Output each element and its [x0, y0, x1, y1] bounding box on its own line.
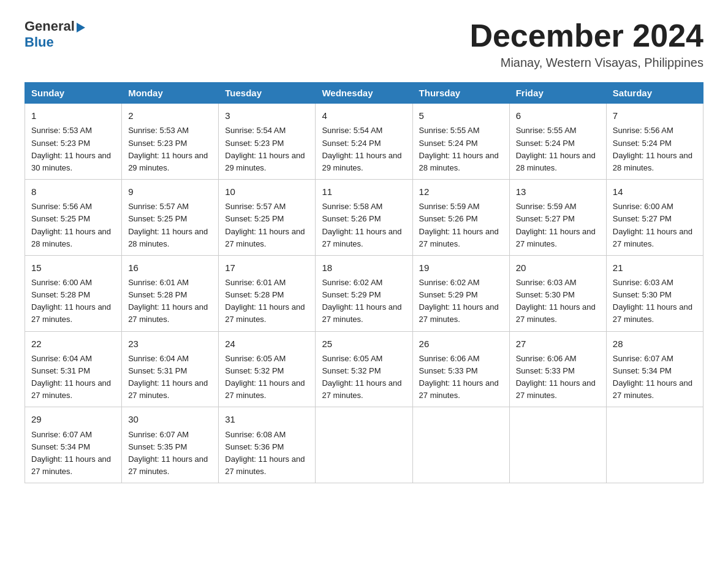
sunrise-label: Sunrise: 5:53 AM	[31, 126, 92, 135]
calendar-cell: 8Sunrise: 5:56 AMSunset: 5:25 PMDaylight…	[25, 180, 122, 256]
daylight-label: Daylight: 11 hours and 27 minutes.	[225, 227, 305, 248]
sunset-label: Sunset: 5:34 PM	[613, 366, 672, 375]
daylight-label: Daylight: 11 hours and 27 minutes.	[419, 302, 499, 324]
sunset-label: Sunset: 5:25 PM	[225, 214, 284, 223]
day-number: 27	[516, 337, 600, 351]
day-number: 25	[322, 337, 406, 351]
calendar-cell: 15Sunrise: 6:00 AMSunset: 5:28 PMDayligh…	[25, 255, 122, 331]
col-header-tuesday: Tuesday	[219, 83, 316, 104]
calendar-cell: 30Sunrise: 6:07 AMSunset: 5:35 PMDayligh…	[122, 407, 219, 483]
sunrise-label: Sunrise: 5:59 AM	[516, 202, 577, 211]
daylight-label: Daylight: 11 hours and 27 minutes.	[322, 227, 401, 248]
daylight-label: Daylight: 11 hours and 29 minutes.	[322, 151, 401, 172]
sunrise-label: Sunrise: 6:03 AM	[516, 278, 577, 287]
sunrise-label: Sunrise: 5:55 AM	[516, 126, 577, 135]
daylight-label: Daylight: 11 hours and 27 minutes.	[128, 454, 208, 476]
day-number: 20	[516, 261, 600, 275]
sunset-label: Sunset: 5:23 PM	[128, 139, 187, 148]
page-header: General Blue December 2024 Mianay, Weste…	[25, 18, 703, 70]
calendar-cell: 28Sunrise: 6:07 AMSunset: 5:34 PMDayligh…	[606, 331, 703, 407]
calendar-cell: 1Sunrise: 5:53 AMSunset: 5:23 PMDaylight…	[25, 104, 122, 180]
day-number: 23	[128, 337, 212, 351]
col-header-friday: Friday	[509, 83, 606, 104]
calendar-cell	[606, 407, 703, 483]
sunset-label: Sunset: 5:30 PM	[516, 290, 575, 299]
sunrise-label: Sunrise: 6:08 AM	[225, 430, 286, 439]
sunset-label: Sunset: 5:28 PM	[225, 290, 284, 299]
calendar-cell: 11Sunrise: 5:58 AMSunset: 5:26 PMDayligh…	[316, 180, 412, 256]
sunrise-label: Sunrise: 5:54 AM	[225, 126, 286, 135]
daylight-label: Daylight: 11 hours and 27 minutes.	[322, 378, 401, 400]
sunrise-label: Sunrise: 6:05 AM	[322, 354, 382, 363]
daylight-label: Daylight: 11 hours and 27 minutes.	[613, 302, 692, 324]
calendar-cell: 26Sunrise: 6:06 AMSunset: 5:33 PMDayligh…	[412, 331, 509, 407]
location-subtitle: Mianay, Western Visayas, Philippines	[469, 56, 703, 70]
day-number: 17	[225, 261, 309, 275]
sunrise-label: Sunrise: 6:07 AM	[613, 354, 673, 363]
sunset-label: Sunset: 5:25 PM	[31, 214, 90, 223]
logo-general-text: General	[25, 18, 75, 34]
calendar-cell: 10Sunrise: 5:57 AMSunset: 5:25 PMDayligh…	[219, 180, 316, 256]
sunset-label: Sunset: 5:36 PM	[225, 442, 284, 451]
calendar-cell: 14Sunrise: 6:00 AMSunset: 5:27 PMDayligh…	[606, 180, 703, 256]
day-number: 3	[225, 109, 309, 123]
calendar-cell: 6Sunrise: 5:55 AMSunset: 5:24 PMDaylight…	[509, 104, 606, 180]
sunrise-label: Sunrise: 6:02 AM	[322, 278, 382, 287]
sunset-label: Sunset: 5:24 PM	[419, 139, 478, 148]
day-number: 9	[128, 185, 212, 199]
sunrise-label: Sunrise: 6:07 AM	[128, 430, 189, 439]
daylight-label: Daylight: 11 hours and 27 minutes.	[419, 378, 499, 400]
day-number: 5	[419, 109, 503, 123]
sunset-label: Sunset: 5:32 PM	[225, 366, 284, 375]
daylight-label: Daylight: 11 hours and 28 minutes.	[128, 227, 208, 248]
day-number: 31	[225, 412, 309, 426]
daylight-label: Daylight: 11 hours and 28 minutes.	[419, 151, 499, 172]
sunset-label: Sunset: 5:27 PM	[516, 214, 575, 223]
daylight-label: Daylight: 11 hours and 28 minutes.	[516, 151, 596, 172]
day-number: 11	[322, 185, 406, 199]
calendar-cell	[316, 407, 412, 483]
day-number: 29	[31, 412, 115, 426]
sunrise-label: Sunrise: 6:07 AM	[31, 430, 92, 439]
daylight-label: Daylight: 11 hours and 30 minutes.	[31, 151, 111, 172]
month-year-title: December 2024	[469, 18, 703, 53]
day-number: 12	[419, 185, 503, 199]
calendar-cell: 21Sunrise: 6:03 AMSunset: 5:30 PMDayligh…	[606, 255, 703, 331]
daylight-label: Daylight: 11 hours and 27 minutes.	[31, 302, 111, 324]
sunset-label: Sunset: 5:24 PM	[613, 139, 672, 148]
daylight-label: Daylight: 11 hours and 27 minutes.	[613, 378, 692, 400]
calendar-cell: 12Sunrise: 5:59 AMSunset: 5:26 PMDayligh…	[412, 180, 509, 256]
sunrise-label: Sunrise: 5:56 AM	[31, 202, 92, 211]
calendar-cell: 22Sunrise: 6:04 AMSunset: 5:31 PMDayligh…	[25, 331, 122, 407]
day-number: 7	[613, 109, 697, 123]
logo: General Blue	[25, 18, 85, 50]
calendar-week-row: 1Sunrise: 5:53 AMSunset: 5:23 PMDaylight…	[25, 104, 703, 180]
daylight-label: Daylight: 11 hours and 27 minutes.	[128, 302, 208, 324]
daylight-label: Daylight: 11 hours and 27 minutes.	[31, 378, 111, 400]
sunrise-label: Sunrise: 6:06 AM	[419, 354, 480, 363]
calendar-cell: 17Sunrise: 6:01 AMSunset: 5:28 PMDayligh…	[219, 255, 316, 331]
sunset-label: Sunset: 5:28 PM	[31, 290, 90, 299]
daylight-label: Daylight: 11 hours and 27 minutes.	[225, 378, 305, 400]
day-number: 14	[613, 185, 697, 199]
logo-blue-text: Blue	[25, 34, 54, 50]
sunset-label: Sunset: 5:25 PM	[128, 214, 187, 223]
title-block: December 2024 Mianay, Western Visayas, P…	[469, 18, 703, 70]
sunrise-label: Sunrise: 5:59 AM	[419, 202, 480, 211]
day-number: 24	[225, 337, 309, 351]
sunset-label: Sunset: 5:31 PM	[31, 366, 90, 375]
calendar-cell: 20Sunrise: 6:03 AMSunset: 5:30 PMDayligh…	[509, 255, 606, 331]
calendar-cell: 27Sunrise: 6:06 AMSunset: 5:33 PMDayligh…	[509, 331, 606, 407]
daylight-label: Daylight: 11 hours and 27 minutes.	[419, 227, 499, 248]
daylight-label: Daylight: 11 hours and 27 minutes.	[516, 378, 596, 400]
calendar-week-row: 22Sunrise: 6:04 AMSunset: 5:31 PMDayligh…	[25, 331, 703, 407]
daylight-label: Daylight: 11 hours and 29 minutes.	[225, 151, 305, 172]
calendar-cell: 25Sunrise: 6:05 AMSunset: 5:32 PMDayligh…	[316, 331, 412, 407]
calendar-cell: 2Sunrise: 5:53 AMSunset: 5:23 PMDaylight…	[122, 104, 219, 180]
sunset-label: Sunset: 5:32 PM	[322, 366, 381, 375]
calendar-cell: 24Sunrise: 6:05 AMSunset: 5:32 PMDayligh…	[219, 331, 316, 407]
sunrise-label: Sunrise: 5:57 AM	[225, 202, 286, 211]
sunset-label: Sunset: 5:30 PM	[613, 290, 672, 299]
daylight-label: Daylight: 11 hours and 27 minutes.	[516, 227, 596, 248]
col-header-wednesday: Wednesday	[316, 83, 412, 104]
